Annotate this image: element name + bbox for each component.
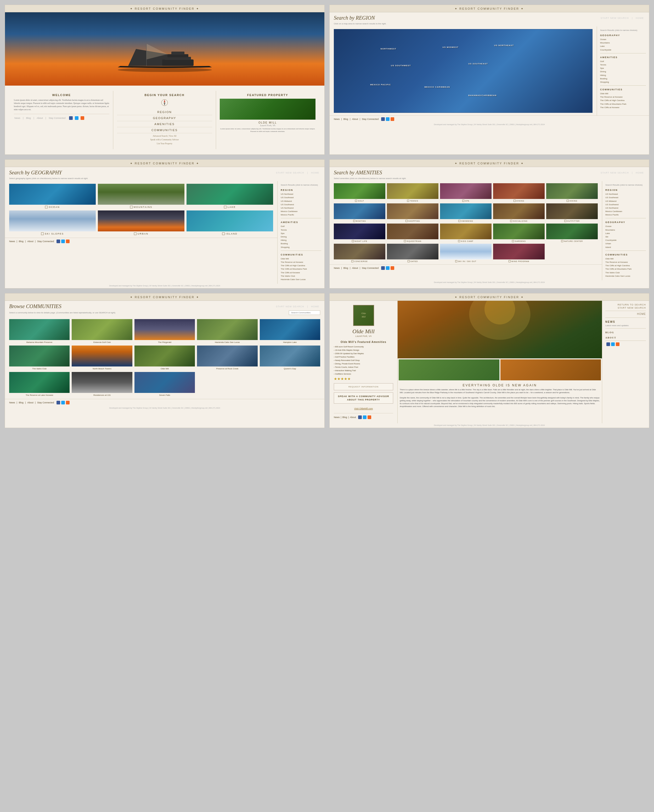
amenity-item-gated[interactable]: GATED [387,244,439,262]
geo-checkbox[interactable] [222,233,225,235]
amenity-item-socializing[interactable]: SOCIALIZING [493,204,545,222]
facebook-icon-p2[interactable] [381,117,385,121]
rss-icon-p4[interactable] [391,266,394,270]
visit-link[interactable]: Visit OldeMill.com [354,407,373,410]
sidebar-item[interactable]: Spa [600,66,646,70]
sidebar-item[interactable]: US Northwest [605,206,646,210]
start-new-search-p3[interactable]: START NEW SEARCH [276,172,304,174]
sidebar-item[interactable]: US Southwest [605,203,646,206]
home-link-p4[interactable]: HOME [636,172,644,174]
sidebar-item[interactable]: The Idaho Club [281,274,321,278]
rss-icon-p5[interactable] [66,401,70,404]
geo-checkbox[interactable] [41,233,44,235]
amenity-item-equestrian[interactable]: EQUESTRIAN [387,224,439,242]
map-label-mexico-caribbean[interactable]: MEXICO CARIBBEAN [424,86,450,88]
footer-news-p4[interactable]: News [334,267,340,270]
amenity-checkbox[interactable] [509,260,510,262]
footer-news-p5[interactable]: News [9,401,15,404]
facebook-icon-p5[interactable] [57,401,60,404]
footer-blog-p4[interactable]: Blog [344,267,348,270]
nav-link-geography[interactable]: GEOGRAPHY [117,115,212,121]
amenity-checkbox[interactable] [458,220,460,222]
footer-news[interactable]: News [14,117,20,120]
twitter-icon-detail[interactable] [611,342,615,346]
sidebar-item[interactable]: Mexico Caribbean [281,210,321,213]
geo-item-ski-slopes[interactable]: SKI SLOPES [9,210,96,235]
sidebar-item[interactable]: Olde Mill [605,257,646,260]
geo-checkbox[interactable] [134,233,136,235]
sidebar-item[interactable]: US Southeast [605,196,646,199]
home-link-p6[interactable]: HOME [605,313,646,316]
home-link[interactable]: HOME [636,17,644,19]
amenity-checkbox[interactable] [404,240,406,242]
community-item-hacienda-cabo-san-lucas[interactable]: Hacienda Cabo San Lucas [197,319,257,343]
map-label-bahamas/caribbean[interactable]: BAHAMAS/CARIBBEAN [468,94,497,97]
amenity-item-spa[interactable]: SPA [440,183,492,202]
start-new-search-p6[interactable]: START NEW SEARCH [605,306,646,309]
amenity-item-golf[interactable]: GOLF [334,183,385,202]
sidebar-item[interactable]: Mexico Pacific [605,213,646,216]
amenity-checkbox[interactable] [458,240,460,242]
sidebar-item[interactable]: Boating [281,242,321,245]
amenity-item-outfitter[interactable]: OUTFITTER [546,204,598,222]
amenity-checkbox[interactable] [564,220,566,222]
sidebar-item[interactable]: US Northeast [605,192,646,196]
amenity-checkbox[interactable] [353,220,355,222]
footer-about-p2[interactable]: About [352,118,358,120]
community-item-hampton-lake[interactable]: Hampton Lake [260,319,320,343]
footer-blog-p5[interactable]: Blog [19,401,23,404]
amenity-checkbox[interactable] [408,260,410,262]
amenity-item-nature-center[interactable]: NATURE CENTER [546,224,598,242]
twitter-icon-p5[interactable] [61,401,65,404]
sidebar-item[interactable]: Hacienda Cabo San Lucas [281,278,321,281]
amenity-checkbox[interactable] [561,240,563,242]
sidebar-item[interactable]: Hacienda Cabo San Lucas [605,274,646,278]
nav-link-region[interactable]: REGION [117,109,212,115]
start-new-search-p4[interactable]: START NEW SEARCH [601,172,629,174]
facebook-icon-p6[interactable] [358,415,362,419]
sidebar-item[interactable]: US Southeast [281,196,321,199]
community-item-residences-at-131[interactable]: Residences at 131 [72,372,132,396]
amenity-checkbox[interactable] [407,200,409,202]
sidebar-item[interactable]: Boating [600,77,646,80]
sidebar-item[interactable]: The Cliffs at Keowee [281,271,321,274]
twitter-icon-p4[interactable] [386,266,390,270]
sidebar-item[interactable]: US Northwest [281,206,321,210]
facebook-icon-p3[interactable] [57,239,60,243]
geo-checkbox[interactable] [130,206,133,208]
sidebar-item[interactable]: Shopping [600,80,646,84]
sidebar-item[interactable]: The Cliffs at Keowee [600,106,646,109]
footer-about[interactable]: About [37,117,43,120]
sidebar-item[interactable]: The Reserve at Keowee [600,95,646,99]
amenity-item-ski-in-ski-out[interactable]: SKI IN / SKI OUT [440,244,492,262]
amenity-checkbox[interactable] [513,200,516,202]
amenity-checkbox[interactable] [455,260,457,262]
rss-icon-p3[interactable] [66,239,70,243]
home-link-p3[interactable]: HOME [311,172,319,174]
amenity-item-tennis[interactable]: TENNIS [387,183,439,202]
advisor-cta-box[interactable]: Speak with a Community Advisor about thi… [334,392,393,404]
map-label-us-midwest[interactable]: US MIDWEST [443,46,458,48]
sidebar-item[interactable]: Mountains [605,228,646,232]
sidebar-item[interactable]: The Cliffs at Mountains Park [600,103,646,106]
sidebar-item[interactable]: Ocean [605,225,646,228]
start-new-search-p5[interactable]: START NEW SEARCH [276,305,304,308]
amenity-checkbox[interactable] [405,220,408,222]
sidebar-item[interactable]: Urban [605,242,646,245]
rss-icon-detail[interactable] [616,342,619,346]
sidebar-item[interactable]: Tennis [600,63,646,66]
amenity-checkbox[interactable] [512,240,514,242]
sidebar-item[interactable]: The Cliffs at High Carolina [605,264,646,267]
footer-about-p3[interactable]: About [27,240,34,243]
geo-item-urban[interactable]: URBAN [98,210,185,235]
sidebar-item[interactable]: US Midwest [605,199,646,203]
amenity-item-gardens[interactable]: GARDENS [493,224,545,242]
geo-checkbox[interactable] [45,206,47,208]
footer-blog-p3[interactable]: Blog [19,240,23,243]
sidebar-item[interactable]: Lake [605,232,646,235]
community-item-the-reserve-at-lake-keowee[interactable]: The Reserve at Lake Keowee [9,372,70,396]
twitter-icon-p2[interactable] [386,117,390,121]
facebook-icon-detail[interactable] [607,342,610,346]
community-item-preserve-at-rock-creek[interactable]: Preserve at Rock Creek [197,346,257,370]
sidebar-item[interactable]: The Idaho Club [605,271,646,274]
